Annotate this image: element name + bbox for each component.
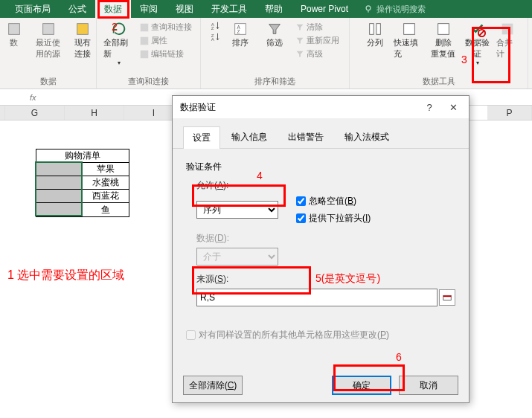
sort-icon: AZ [232, 21, 249, 37]
connections-icon [74, 21, 91, 37]
database-icon [6, 21, 22, 37]
svg-line-20 [478, 30, 484, 36]
ok-button[interactable]: 确定 [332, 376, 391, 395]
col-header-p[interactable]: P [487, 106, 532, 120]
tab-data[interactable]: 数据 [95, 0, 131, 19]
btn-remove-duplicates[interactable]: 删除 重复值 [428, 21, 459, 60]
svg-rect-21 [501, 24, 513, 35]
ribbon: 数 最近使 用的源 现有 连接 数据 全部刷新▾ 查询和连接 属性 编辑链接 查… [0, 18, 532, 89]
btn-edit-links[interactable]: 编辑链接 [138, 48, 193, 60]
btn-properties[interactable]: 属性 [138, 34, 193, 47]
annotation-label-1: 1 选中需要设置的区域 [7, 268, 124, 283]
tab-formulas[interactable]: 公式 [60, 0, 95, 19]
svg-rect-17 [403, 24, 414, 35]
dialog-tab-ime[interactable]: 输入法模式 [335, 126, 399, 148]
dropdown-arrow-checkbox[interactable]: 提供下拉箭头(I) [296, 212, 371, 225]
btn-advanced-filter[interactable]: 高级 [293, 48, 341, 60]
svg-rect-23 [443, 295, 452, 297]
shopping-list-table: 购物清单 苹果 水蜜桃 西蓝花 鱼 [36, 149, 129, 217]
allow-label: 允许(A): [196, 179, 455, 192]
clear-icon [295, 22, 305, 33]
cell-peach[interactable]: 水蜜桃 [83, 176, 129, 190]
svg-rect-3 [42, 24, 54, 35]
tab-page-layout[interactable]: 页面布局 [6, 0, 60, 19]
range-picker-button[interactable] [439, 289, 455, 306]
apply-all-checkbox [186, 330, 196, 340]
dialog-title: 数据验证 [180, 101, 216, 114]
btn-get-data[interactable]: 数 [0, 21, 30, 48]
validation-icon [469, 21, 486, 37]
apply-all-label: 对有同样设置的所有其他单元格应用这些更改(P) [199, 329, 389, 341]
btn-clear-filter[interactable]: 清除 [293, 21, 341, 33]
tab-power-pivot[interactable]: Power Pivot [292, 1, 357, 17]
cell-broccoli[interactable]: 西蓝花 [83, 190, 129, 203]
svg-rect-15 [369, 24, 374, 35]
columns-icon [367, 21, 383, 37]
btn-text-to-columns[interactable]: 分列 [359, 21, 391, 48]
ribbon-tab-bar: 页面布局 公式 数据 审阅 视图 开发工具 帮助 Power Pivot 操作说… [0, 0, 532, 18]
svg-rect-5 [141, 23, 149, 31]
sort-desc-icon[interactable]: ZA [210, 32, 220, 42]
svg-rect-7 [141, 50, 149, 58]
cancel-button[interactable]: 取消 [399, 376, 458, 395]
cell-apple[interactable]: 苹果 [83, 163, 129, 176]
col-header-g[interactable]: G [5, 106, 65, 120]
data-label: 数据(D): [196, 232, 455, 245]
source-input[interactable] [196, 289, 438, 306]
clear-all-button[interactable]: 全部清除(C) [183, 376, 243, 395]
ignore-blank-checkbox[interactable]: 忽略空值(B) [296, 195, 371, 208]
recent-icon [40, 21, 57, 37]
allow-select[interactable]: 序列 [196, 201, 278, 219]
collapse-icon [442, 292, 452, 303]
queries-icon [139, 22, 150, 33]
btn-flash-fill[interactable]: 快速填充 [394, 21, 425, 60]
svg-text:Z: Z [237, 29, 240, 34]
svg-rect-18 [438, 24, 449, 35]
cell-fish[interactable]: 鱼 [83, 203, 129, 216]
dialog-close-button[interactable]: ✕ [442, 98, 464, 116]
group-label-queries: 查询和连接 [128, 76, 169, 87]
svg-rect-6 [141, 36, 149, 45]
btn-reapply[interactable]: 重新应用 [293, 34, 341, 47]
btn-filter[interactable]: 筛选 [259, 21, 290, 48]
lightbulb-icon [363, 4, 374, 14]
data-validation-dialog: 数据验证 ? ✕ 设置 输入信息 出错警告 输入法模式 验证条件 允许(A): … [172, 95, 469, 403]
svg-rect-4 [77, 24, 88, 35]
svg-rect-16 [376, 24, 380, 35]
validation-condition-label: 验证条件 [186, 161, 455, 173]
tab-help[interactable]: 帮助 [256, 0, 292, 19]
col-header-h[interactable]: H [65, 106, 124, 120]
dialog-tab-settings[interactable]: 设置 [183, 126, 220, 149]
advanced-icon [295, 49, 305, 60]
dialog-tab-error[interactable]: 出错警告 [278, 126, 333, 148]
svg-rect-2 [8, 24, 19, 35]
btn-sort[interactable]: AZ排序 [225, 21, 256, 48]
properties-icon [139, 36, 150, 46]
group-label-sort-filter: 排序和筛选 [254, 76, 295, 87]
dialog-tab-input[interactable]: 输入信息 [222, 126, 277, 148]
btn-recent-sources[interactable]: 最近使 用的源 [33, 21, 64, 60]
flash-icon [401, 21, 417, 37]
group-label-data-tools: 数据工具 [423, 76, 455, 87]
btn-existing-connections[interactable]: 现有 连接 [67, 21, 98, 60]
tab-view[interactable]: 视图 [167, 0, 202, 19]
links-icon [139, 49, 150, 60]
btn-consolidate[interactable]: 合并计 [496, 21, 519, 60]
reapply-icon [295, 36, 305, 46]
dialog-help-button[interactable]: ? [418, 98, 440, 116]
btn-data-validation[interactable]: 数据验 证▾ [462, 21, 493, 66]
tab-review[interactable]: 审阅 [131, 0, 167, 19]
tab-developer[interactable]: 开发工具 [202, 0, 256, 19]
search-hint[interactable]: 操作说明搜索 [376, 4, 426, 15]
filter-icon [266, 21, 283, 37]
svg-text:Z: Z [211, 25, 214, 30]
svg-text:A: A [211, 36, 214, 42]
consolidate-icon [499, 21, 516, 37]
data-select: 介于 [196, 248, 278, 266]
group-label-data: 数据 [40, 76, 57, 87]
btn-queries-connections[interactable]: 查询和连接 [138, 21, 193, 33]
sort-asc-icon[interactable]: AZ [210, 21, 220, 31]
btn-refresh-all[interactable]: 全部刷新▾ [103, 21, 135, 66]
shopping-title: 购物清单 [36, 149, 129, 163]
dedup-icon [435, 21, 452, 37]
